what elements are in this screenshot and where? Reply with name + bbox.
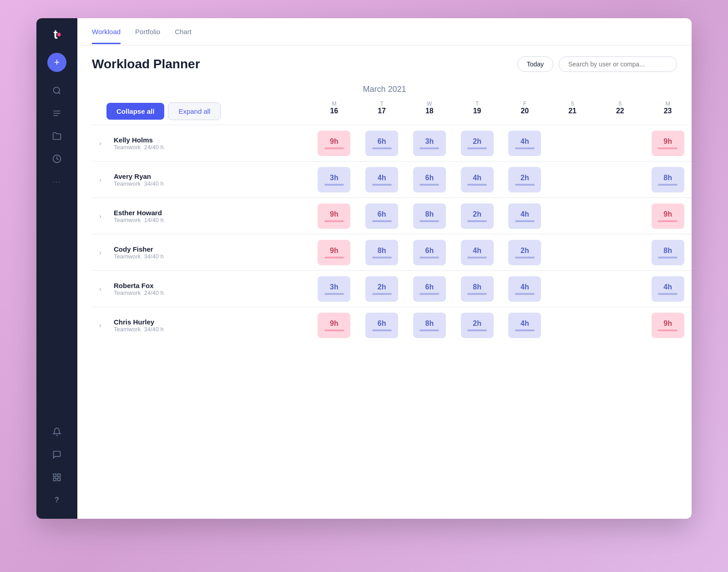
help-icon[interactable]: ? bbox=[47, 491, 66, 510]
hour-block: 9h bbox=[652, 313, 684, 338]
cell-5-4: 4h bbox=[501, 309, 549, 342]
bell-icon[interactable] bbox=[47, 422, 66, 441]
hour-block: 3h bbox=[413, 131, 446, 156]
today-button[interactable]: Today bbox=[517, 56, 553, 72]
svg-rect-5 bbox=[54, 474, 56, 477]
app-logo: t• bbox=[53, 27, 60, 42]
sub-bar bbox=[324, 257, 344, 258]
list-icon[interactable] bbox=[47, 104, 66, 123]
chevron-icon[interactable]: › bbox=[99, 140, 108, 147]
hour-block: 8h bbox=[413, 203, 446, 229]
person-sub: Teamwork 24/40 h bbox=[114, 289, 164, 296]
chevron-icon[interactable]: › bbox=[99, 285, 108, 293]
table-row: › Avery Ryan Teamwork 34/40 h 3h4h6h4h2h… bbox=[92, 161, 692, 197]
cell-2-2: 8h bbox=[406, 200, 454, 233]
person-sub: Teamwork 24/40 h bbox=[114, 144, 164, 151]
sub-bar bbox=[420, 257, 439, 258]
sub-bar bbox=[658, 329, 677, 331]
cell-3-1: 8h bbox=[358, 236, 406, 269]
day-header-4: F20 bbox=[501, 98, 549, 125]
table-row: › Chris Hurley Teamwork 34/40 h 9h6h8h2h… bbox=[92, 307, 692, 343]
chevron-icon[interactable]: › bbox=[99, 249, 108, 256]
person-cells-3: 9h8h6h4h2h8h bbox=[310, 234, 692, 270]
chevron-icon[interactable]: › bbox=[99, 176, 108, 183]
hour-block: 4h bbox=[461, 240, 494, 265]
timer-icon[interactable] bbox=[47, 149, 66, 168]
cell-2-3: 2h bbox=[453, 200, 501, 233]
chevron-icon[interactable]: › bbox=[99, 322, 108, 329]
day-header-2: W18 bbox=[406, 98, 454, 125]
add-button[interactable]: + bbox=[47, 53, 66, 72]
sub-bar bbox=[658, 257, 677, 258]
sub-bar bbox=[324, 147, 344, 149]
expand-all-button[interactable]: Expand all bbox=[168, 102, 221, 120]
hour-block: 4h bbox=[461, 167, 494, 192]
person-name: Cody Fisher bbox=[114, 245, 164, 253]
page-header: Workload Planner Today bbox=[77, 46, 692, 79]
empty-cell bbox=[604, 131, 637, 156]
sub-bar bbox=[658, 293, 677, 295]
empty-cell bbox=[556, 313, 589, 338]
search-input[interactable] bbox=[559, 56, 677, 72]
person-cells-1: 3h4h6h4h2h8h bbox=[310, 162, 692, 197]
search-icon[interactable] bbox=[47, 81, 66, 100]
sub-bar bbox=[420, 220, 439, 222]
hour-block: 6h bbox=[365, 313, 398, 338]
person-cells-4: 3h2h6h8h4h4h bbox=[310, 271, 692, 307]
hour-block: 2h bbox=[365, 276, 398, 302]
calendar-section: March 2021 Collapse all Expand all M16T1… bbox=[77, 79, 692, 519]
hour-block: 2h bbox=[508, 240, 541, 265]
person-name: Esther Howard bbox=[114, 209, 164, 217]
sub-bar bbox=[658, 184, 677, 186]
sub-bar bbox=[515, 293, 535, 295]
hour-block: 9h bbox=[318, 313, 350, 338]
person-sub: Teamwork 34/40 h bbox=[114, 326, 164, 333]
hour-block: 9h bbox=[652, 131, 684, 156]
empty-cell bbox=[556, 240, 589, 265]
sub-bar bbox=[467, 329, 487, 331]
tab-workload[interactable]: Workload bbox=[92, 20, 121, 44]
cell-4-2: 6h bbox=[406, 273, 454, 305]
day-header-6: S22 bbox=[597, 98, 644, 125]
day-header-5: S21 bbox=[549, 98, 597, 125]
hour-block: 3h bbox=[318, 167, 350, 192]
cell-2-7: 9h bbox=[644, 200, 692, 233]
hour-block: 6h bbox=[365, 203, 398, 229]
hour-block: 2h bbox=[508, 167, 541, 192]
hour-block: 8h bbox=[365, 240, 398, 265]
day-header-0: M16 bbox=[310, 98, 358, 125]
hour-block: 6h bbox=[413, 240, 446, 265]
person-info-5: › Chris Hurley Teamwork 34/40 h bbox=[92, 307, 310, 343]
empty-cell bbox=[604, 276, 637, 302]
hour-block: 3h bbox=[318, 276, 350, 302]
folder-icon[interactable] bbox=[47, 127, 66, 146]
person-name: Avery Ryan bbox=[114, 172, 164, 180]
empty-cell bbox=[556, 276, 589, 302]
cell-5-1: 6h bbox=[358, 309, 406, 342]
sub-bar bbox=[515, 257, 535, 258]
sub-bar bbox=[515, 147, 535, 149]
sub-bar bbox=[420, 293, 439, 295]
collapse-all-button[interactable]: Collapse all bbox=[106, 103, 164, 120]
day-header-row: Collapse all Expand all M16T17W18T19F20S… bbox=[92, 98, 692, 125]
sub-bar bbox=[372, 220, 392, 222]
cell-5-7: 9h bbox=[644, 309, 692, 342]
chevron-icon[interactable]: › bbox=[99, 213, 108, 220]
chat-icon[interactable] bbox=[47, 445, 66, 464]
hour-block: 4h bbox=[365, 167, 398, 192]
tab-chart[interactable]: Chart bbox=[175, 20, 192, 44]
more-icon[interactable]: ··· bbox=[47, 172, 66, 191]
hour-block: 9h bbox=[318, 131, 350, 156]
hour-block: 6h bbox=[413, 276, 446, 302]
cell-4-4: 4h bbox=[501, 273, 549, 305]
sub-bar bbox=[372, 147, 392, 149]
empty-cell bbox=[556, 203, 589, 229]
day-header-1: T17 bbox=[358, 98, 406, 125]
hour-block: 2h bbox=[461, 203, 494, 229]
hour-block: 8h bbox=[652, 240, 684, 265]
cell-1-0: 3h bbox=[310, 163, 358, 196]
cell-4-6 bbox=[597, 273, 644, 305]
tab-portfolio[interactable]: Portfolio bbox=[135, 20, 160, 44]
grid-icon[interactable] bbox=[47, 468, 66, 487]
cell-3-4: 2h bbox=[501, 236, 549, 269]
